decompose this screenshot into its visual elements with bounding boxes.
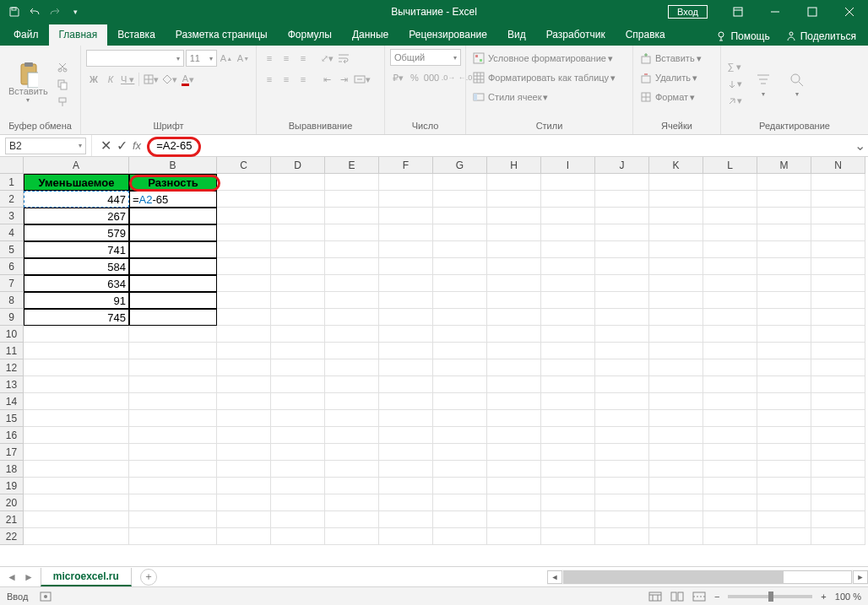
cell[interactable] [271, 359, 325, 376]
cell[interactable] [595, 208, 649, 224]
spreadsheet-grid[interactable]: ABCDEFGHIJKLMN1УменьшаемоеРазность2447=A… [0, 157, 868, 566]
cell[interactable] [811, 326, 865, 343]
redo-icon[interactable] [46, 3, 64, 21]
cell[interactable]: Разность [129, 174, 217, 191]
cell[interactable] [24, 326, 129, 343]
cell[interactable] [541, 258, 595, 275]
underline-icon[interactable]: Ч ▾ [120, 72, 135, 87]
cell[interactable] [703, 461, 757, 478]
increase-indent-icon[interactable]: ⇥ [336, 72, 351, 87]
column-header[interactable]: J [595, 157, 649, 174]
column-header[interactable]: K [649, 157, 703, 174]
scroll-right-icon[interactable]: ► [853, 570, 868, 584]
cell[interactable]: 741 [24, 241, 129, 258]
cell[interactable] [325, 511, 379, 528]
cell[interactable] [703, 478, 757, 494]
cell[interactable] [811, 343, 865, 359]
format-as-table-button[interactable]: Форматировать как таблицу ▾ [471, 68, 627, 87]
cell[interactable] [379, 376, 433, 393]
cell[interactable] [541, 343, 595, 359]
cell[interactable] [325, 174, 379, 191]
row-header[interactable]: 20 [0, 494, 24, 511]
cell[interactable] [217, 309, 271, 326]
decrease-font-icon[interactable]: A▼ [236, 51, 251, 66]
cell[interactable] [24, 427, 129, 444]
cell[interactable] [757, 208, 811, 224]
macro-record-icon[interactable] [40, 591, 52, 602]
cell[interactable] [433, 444, 487, 461]
delete-cells-button[interactable]: Удалить ▾ [638, 68, 715, 87]
row-header[interactable]: 16 [0, 427, 24, 444]
cell[interactable] [541, 528, 595, 545]
cell[interactable] [433, 376, 487, 393]
row-header[interactable]: 1 [0, 174, 24, 191]
scroll-left-icon[interactable]: ◄ [547, 570, 562, 584]
cell[interactable] [379, 343, 433, 359]
cell[interactable] [811, 292, 865, 309]
cell[interactable] [217, 427, 271, 444]
cell[interactable] [541, 494, 595, 511]
cell[interactable] [433, 410, 487, 427]
column-header[interactable]: M [757, 157, 811, 174]
cell[interactable] [217, 461, 271, 478]
cell[interactable] [541, 427, 595, 444]
column-header[interactable]: G [433, 157, 487, 174]
cell[interactable] [271, 174, 325, 191]
tab-layout[interactable]: Разметка страницы [165, 24, 278, 46]
qat-dropdown-icon[interactable]: ▾ [66, 3, 84, 21]
tab-file[interactable]: Файл [3, 24, 49, 46]
cell[interactable] [649, 410, 703, 427]
cell[interactable] [649, 343, 703, 359]
cell[interactable] [487, 359, 541, 376]
cell[interactable] [703, 241, 757, 258]
cell[interactable] [129, 224, 217, 241]
cell[interactable] [433, 528, 487, 545]
cell[interactable] [757, 224, 811, 241]
cell[interactable] [325, 359, 379, 376]
cell[interactable] [595, 292, 649, 309]
cell[interactable] [129, 511, 217, 528]
cell[interactable] [487, 208, 541, 224]
cell[interactable] [217, 258, 271, 275]
column-header[interactable]: C [217, 157, 271, 174]
cell[interactable] [129, 528, 217, 545]
cell[interactable] [703, 410, 757, 427]
cell[interactable] [757, 326, 811, 343]
cell[interactable] [541, 376, 595, 393]
cell[interactable] [541, 174, 595, 191]
cell[interactable] [595, 528, 649, 545]
row-header[interactable]: 12 [0, 359, 24, 376]
cell[interactable] [703, 427, 757, 444]
cell[interactable] [703, 494, 757, 511]
tab-view[interactable]: Вид [497, 24, 536, 46]
add-sheet-icon[interactable]: ＋ [140, 569, 157, 586]
cell[interactable] [541, 191, 595, 208]
cell[interactable] [703, 258, 757, 275]
cell[interactable] [325, 376, 379, 393]
cell[interactable] [24, 359, 129, 376]
cell[interactable] [487, 494, 541, 511]
cell[interactable] [811, 444, 865, 461]
cell[interactable] [703, 528, 757, 545]
cell[interactable] [757, 309, 811, 326]
cell[interactable] [703, 393, 757, 410]
comma-style-icon[interactable]: 000 [424, 70, 439, 85]
cell[interactable] [757, 292, 811, 309]
cell[interactable] [271, 292, 325, 309]
cell[interactable] [271, 528, 325, 545]
sheet-nav-next-icon[interactable]: ► [24, 571, 34, 583]
tell-me-button[interactable]: Помощь [710, 27, 774, 46]
cell[interactable] [487, 427, 541, 444]
cell[interactable] [433, 224, 487, 241]
cell[interactable] [811, 376, 865, 393]
close-icon[interactable] [831, 0, 868, 24]
cell[interactable] [757, 258, 811, 275]
cell[interactable] [379, 494, 433, 511]
align-middle-icon[interactable]: ≡ [279, 51, 294, 66]
name-box[interactable]: B2▾ [5, 138, 86, 154]
cell[interactable] [757, 461, 811, 478]
cell[interactable] [487, 224, 541, 241]
cell[interactable] [595, 191, 649, 208]
cell[interactable] [325, 191, 379, 208]
cell[interactable] [217, 326, 271, 343]
